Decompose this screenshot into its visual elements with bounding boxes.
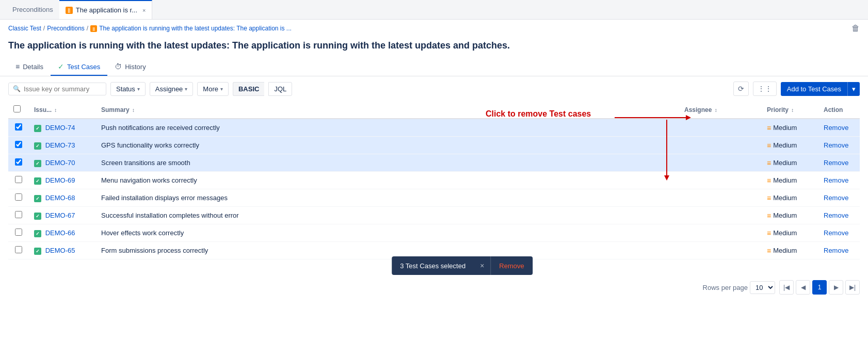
header-summary[interactable]: Summary ↕ — [96, 101, 679, 119]
row-issue-2: ✓ DEMO-70 — [29, 154, 96, 172]
row-checkbox-6[interactable] — [15, 229, 22, 236]
remove-link-7[interactable]: Remove — [824, 247, 848, 254]
add-button-caret-icon[interactable]: ▾ — [847, 82, 860, 96]
banner-remove-button[interactable]: Remove — [491, 257, 532, 275]
row-checkbox-5[interactable] — [15, 211, 22, 218]
remove-link-3[interactable]: Remove — [824, 176, 848, 184]
tab-active-icon: || — [66, 7, 73, 14]
row-issue-6: ✓ DEMO-66 — [29, 224, 96, 242]
banner-close-icon[interactable]: × — [474, 256, 490, 275]
issue-link-5[interactable]: DEMO-67 — [45, 211, 75, 219]
add-to-test-cases-button[interactable]: Add to Test Cases ▾ — [781, 82, 860, 96]
test-cases-icon: ✓ — [58, 62, 64, 71]
next-page-button[interactable]: ▶ — [829, 280, 843, 295]
priority-label-3: Medium — [773, 176, 797, 184]
row-checkbox-1[interactable] — [15, 141, 22, 148]
row-assignee-4 — [679, 189, 762, 207]
search-input[interactable] — [24, 85, 102, 93]
columns-icon: ⋮⋮ — [758, 85, 772, 93]
row-checkbox-0[interactable] — [15, 123, 22, 131]
priority-icon-1: ≡ — [767, 141, 771, 150]
assignee-dropdown[interactable]: Assignee ▾ — [150, 82, 193, 96]
remove-link-1[interactable]: Remove — [824, 141, 848, 149]
more-label: More — [203, 85, 218, 93]
remove-link-2[interactable]: Remove — [824, 159, 848, 167]
prev-page-button[interactable]: ◀ — [796, 280, 810, 295]
remove-link-6[interactable]: Remove — [824, 229, 848, 237]
issue-link-6[interactable]: DEMO-66 — [45, 229, 75, 237]
header-issue[interactable]: Issu... ↕ — [29, 101, 96, 119]
row-assignee-7 — [679, 242, 762, 259]
tab-test-cases[interactable]: ✓ Test Cases — [51, 58, 107, 76]
status-dropdown[interactable]: Status ▾ — [110, 82, 146, 96]
issue-link-1[interactable]: DEMO-73 — [45, 141, 75, 149]
row-checkbox-7[interactable] — [15, 246, 22, 253]
banner-selected-count: 3 Test Cases selected — [392, 257, 474, 275]
tab-test-cases-label: Test Cases — [67, 63, 100, 71]
row-action-3: Remove — [818, 172, 860, 189]
summary-sort-icon: ↕ — [132, 107, 135, 113]
breadcrumb-active-page[interactable]: The application is running with the late… — [99, 25, 292, 32]
priority-icon-6: ≡ — [767, 229, 771, 237]
issue-link-0[interactable]: DEMO-74 — [45, 124, 75, 132]
breadcrumb: Classic Test / Preconditions / || The ap… — [0, 20, 868, 37]
test-cases-table: Issu... ↕ Summary ↕ Assignee ↕ Priority … — [8, 101, 860, 259]
basic-mode-button[interactable]: BASIC — [233, 82, 264, 96]
header-summary-label: Summary — [101, 106, 130, 113]
pagination: |◀ ◀ 1 ▶ ▶| — [779, 280, 860, 295]
header-priority[interactable]: Priority ↕ — [762, 101, 818, 119]
row-action-4: Remove — [818, 189, 860, 207]
issue-link-7[interactable]: DEMO-65 — [45, 247, 75, 254]
remove-link-5[interactable]: Remove — [824, 211, 848, 219]
header-assignee[interactable]: Assignee ↕ — [679, 101, 762, 119]
selection-banner: 3 Test Cases selected × Remove — [392, 256, 533, 275]
current-page-button[interactable]: 1 — [812, 280, 827, 295]
trash-icon[interactable]: 🗑 — [851, 24, 860, 33]
issue-link-2[interactable]: DEMO-70 — [45, 159, 75, 167]
table-footer: Rows per page 10 25 50 |◀ ◀ 1 ▶ ▶| — [0, 275, 868, 300]
remove-link-0[interactable]: Remove — [824, 124, 848, 132]
row-checkbox-cell-3 — [8, 172, 29, 189]
first-page-button[interactable]: |◀ — [779, 280, 794, 295]
table-row: ✓ DEMO-67 Successful installation comple… — [8, 207, 860, 224]
row-checkbox-cell-5 — [8, 207, 29, 224]
nav-tabs: ≡ Details ✓ Test Cases ⏱ History — [0, 58, 868, 76]
table-container: Click to remove Test cases Issu... ↕ Sum… — [0, 101, 868, 259]
remove-link-4[interactable]: Remove — [824, 194, 848, 202]
jql-mode-button[interactable]: JQL — [268, 82, 292, 96]
table-row: ✓ DEMO-69 Menu navigation works correctl… — [8, 172, 860, 189]
table-row: ✓ DEMO-66 Hover effects work correctly ≡… — [8, 224, 860, 242]
toolbar: 🔍 Status ▾ Assignee ▾ More ▾ BASIC JQL ⟳… — [0, 76, 868, 101]
issue-icon-7: ✓ — [34, 248, 41, 255]
priority-sort-icon: ↕ — [791, 107, 794, 113]
tab-preconditions[interactable]: Preconditions — [6, 0, 59, 19]
tab-active[interactable]: || The application is r... × — [59, 0, 153, 19]
status-label: Status — [116, 85, 135, 93]
row-priority-0: ≡ Medium — [762, 119, 818, 137]
rows-per-page-select[interactable]: 10 25 50 — [750, 281, 775, 294]
row-checkbox-2[interactable] — [15, 158, 22, 166]
tab-details[interactable]: ≡ Details — [8, 58, 51, 76]
row-assignee-6 — [679, 224, 762, 242]
issue-link-4[interactable]: DEMO-68 — [45, 194, 75, 202]
row-checkbox-3[interactable] — [15, 176, 22, 183]
rows-per-page-label: Rows per page — [703, 284, 748, 291]
issue-link-3[interactable]: DEMO-69 — [45, 176, 75, 184]
breadcrumb-classic-test[interactable]: Classic Test — [8, 25, 41, 32]
row-summary-4: Failed installation displays error messa… — [96, 189, 679, 207]
select-all-checkbox[interactable] — [13, 105, 21, 112]
tab-close-icon[interactable]: × — [142, 7, 146, 13]
refresh-icon-button[interactable]: ⟳ — [733, 82, 749, 96]
row-issue-4: ✓ DEMO-68 — [29, 189, 96, 207]
breadcrumb-preconditions[interactable]: Preconditions — [47, 25, 85, 32]
row-priority-5: ≡ Medium — [762, 207, 818, 224]
breadcrumb-sep-2: / — [87, 25, 88, 32]
row-checkbox-4[interactable] — [15, 193, 22, 201]
last-page-button[interactable]: ▶| — [845, 280, 860, 295]
tab-history[interactable]: ⏱ History — [107, 58, 153, 76]
search-icon: 🔍 — [13, 85, 21, 92]
columns-icon-button[interactable]: ⋮⋮ — [753, 82, 777, 96]
more-dropdown[interactable]: More ▾ — [197, 82, 229, 96]
assignee-chevron-icon: ▾ — [185, 86, 187, 92]
search-input-container[interactable]: 🔍 — [8, 83, 106, 95]
